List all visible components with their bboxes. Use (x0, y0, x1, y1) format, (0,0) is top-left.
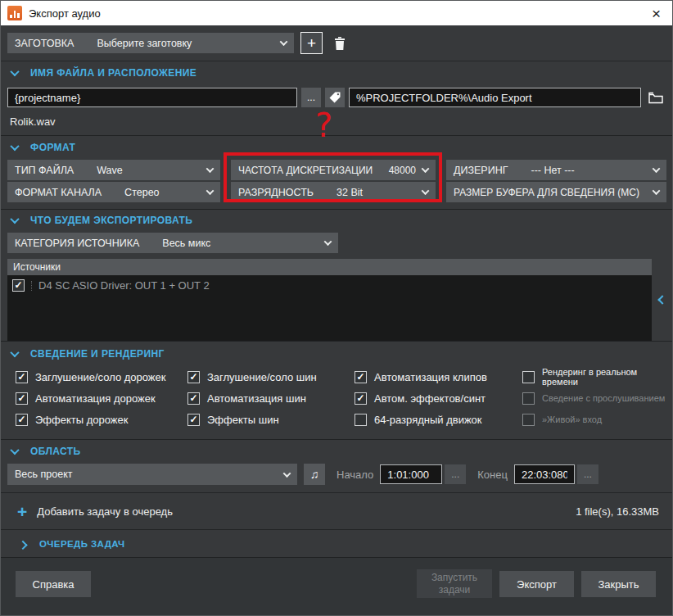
end-more-button[interactable]: ... (577, 464, 598, 484)
file-type-value: Wave (97, 165, 123, 176)
preset-dropdown[interactable]: ЗАГОТОВКА Выберите заготовку (7, 33, 294, 53)
option-clip-automation[interactable]: ✓ Автоматизация клипов (355, 371, 522, 383)
checkbox[interactable]: ✓ (16, 414, 28, 426)
sources-area: Источники ✓ D4 SC ASIO Driver: OUT 1 + O… (7, 259, 672, 341)
source-category-row: КАТЕГОРИЯ ИСТОЧНИКА Весь микс (7, 233, 666, 253)
filename-input[interactable] (7, 88, 297, 107)
option-label: Сведение с прослушиванием (542, 393, 665, 403)
tag-icon (328, 91, 341, 104)
export-path-input[interactable] (349, 88, 641, 107)
snap-music-button[interactable]: ♫ (304, 464, 325, 485)
task-queue-title: ОЧЕРЕДЬ ЗАДАЧ (39, 539, 125, 549)
sample-rate-value: 48000 (389, 165, 416, 176)
chevron-down-icon (280, 38, 288, 46)
option-label: Автоматизация шин (207, 392, 306, 405)
chevron-down-icon (10, 446, 19, 455)
source-label: D4 SC ASIO Driver: OUT 1 + OUT 2 (38, 279, 210, 292)
file-type-dropdown[interactable]: ТИП ФАЙЛА Wave (7, 160, 220, 180)
folder-icon (648, 92, 663, 104)
option-bus-automation[interactable]: ✓ Автоматизация шин (187, 392, 355, 405)
start-time-input[interactable] (380, 464, 442, 484)
tag-button[interactable] (325, 88, 345, 107)
checkbox[interactable] (522, 371, 535, 383)
file-section-title: ИМЯ ФАЙЛА И РАСПОЛОЖЕНИЕ (30, 67, 196, 79)
file-section: ИМЯ ФАЙЛА И РАСПОЛОЖЕНИЕ ... Rolik.wav (1, 61, 672, 135)
source-category-label: КАТЕГОРИЯ ИСТОЧНИКА (15, 238, 139, 249)
format-section-header[interactable]: ФОРМАТ (1, 136, 672, 159)
option-fx-synth-automation[interactable]: ✓ Автом. эффектов/синт (355, 392, 522, 405)
checkbox[interactable]: ✓ (187, 392, 200, 405)
area-section-header[interactable]: ОБЛАСТЬ (1, 440, 672, 463)
source-list-item[interactable]: ✓ D4 SC ASIO Driver: OUT 1 + OUT 2 (7, 275, 652, 292)
option-label: Эффекты дорожек (35, 414, 128, 426)
task-queue-header[interactable]: ОЧЕРЕДЬ ЗАДАЧ (1, 529, 672, 557)
browse-folder-button[interactable] (645, 87, 666, 108)
option-realtime-render[interactable]: Рендеринг в реальном времени (522, 367, 672, 387)
source-category-dropdown[interactable]: КАТЕГОРИЯ ИСТОЧНИКА Весь микс (7, 233, 338, 253)
sources-collapse-rail[interactable] (652, 259, 672, 341)
render-section: СВЕДЕНИЕ И РЕНДЕРИНГ ✓ Заглушение/соло д… (1, 341, 672, 439)
option-track-mute-solo[interactable]: ✓ Заглушение/соло дорожек (16, 371, 187, 383)
option-label: Заглушение/соло шин (207, 371, 317, 383)
sources-list[interactable]: ✓ D4 SC ASIO Driver: OUT 1 + OUT 2 (7, 275, 652, 341)
end-time-input[interactable] (514, 464, 575, 484)
option-track-fx[interactable]: ✓ Эффекты дорожек (16, 414, 187, 426)
checkbox[interactable]: ✓ (187, 371, 200, 383)
option-64bit-engine[interactable]: 64-разрядный движок (355, 414, 522, 426)
export-button[interactable]: Экспорт (499, 571, 574, 597)
chevron-down-icon (324, 238, 332, 246)
preset-row: ЗАГОТОВКА Выберите заготовку + (1, 25, 672, 61)
option-label: Автоматизация клипов (374, 371, 487, 383)
filename-more-button[interactable]: ... (301, 88, 321, 107)
chevron-down-icon (422, 187, 430, 195)
render-section-header[interactable]: СВЕДЕНИЕ И РЕНДЕРИНГ (1, 342, 672, 366)
checkbox[interactable]: ✓ (187, 414, 200, 426)
chevron-down-icon (10, 142, 19, 151)
bit-depth-label: РАЗРЯДНОСТЬ (238, 187, 314, 198)
checkbox[interactable] (522, 414, 535, 426)
option-bus-fx[interactable]: ✓ Эффекты шин (187, 414, 355, 426)
checkbox[interactable]: ✓ (355, 371, 367, 383)
add-preset-button[interactable]: + (300, 32, 323, 54)
option-live-input[interactable]: »Живой» вход (522, 414, 672, 426)
checkbox[interactable]: ✓ (16, 392, 28, 405)
checkbox[interactable] (355, 414, 367, 426)
option-bus-mute-solo[interactable]: ✓ Заглушение/соло шин (187, 371, 355, 383)
chevron-down-icon (10, 215, 19, 224)
source-category-value: Весь микс (162, 238, 210, 249)
option-audible-bounce[interactable]: Сведение с прослушиванием (522, 392, 672, 405)
bit-depth-dropdown[interactable]: РАЗРЯДНОСТЬ 32 Bit (231, 182, 436, 202)
preset-label: ЗАГОТОВКА (15, 38, 74, 49)
chevron-down-icon (10, 348, 19, 357)
channel-format-value: Стерео (124, 187, 159, 198)
sample-rate-dropdown[interactable]: ЧАСТОТА ДИСКРЕТИЗАЦИИ 48000 (231, 160, 436, 180)
buffer-size-dropdown[interactable]: РАЗМЕР БУФЕРА ДЛЯ СВЕДЕНИЯ (МС) (446, 182, 666, 202)
start-more-button[interactable]: ... (445, 464, 466, 484)
format-section-title: ФОРМАТ (30, 142, 75, 153)
chevron-down-icon (653, 187, 661, 195)
export-what-section-header[interactable]: ЧТО БУДЕМ ЭКСПОРТИРОВАТЬ (1, 210, 672, 231)
close-button[interactable]: Закрыть (581, 571, 656, 597)
help-button[interactable]: Справка (16, 571, 91, 597)
checkbox[interactable]: ✓ (355, 392, 367, 405)
render-section-title: СВЕДЕНИЕ И РЕНДЕРИНГ (30, 348, 165, 360)
checkbox[interactable] (522, 392, 535, 405)
close-icon[interactable]: × (648, 6, 664, 21)
add-task-row[interactable]: + Добавить задачу в очередь 1 file(s), 1… (1, 492, 672, 529)
delete-preset-button[interactable] (329, 33, 350, 54)
chevron-down-icon (10, 66, 19, 75)
add-task-label: Добавить задачу в очередь (37, 505, 173, 518)
dithering-dropdown[interactable]: ДИЗЕРИНГ --- Нет --- (446, 160, 666, 180)
option-track-automation[interactable]: ✓ Автоматизация дорожек (16, 392, 187, 405)
music-note-icon: ♫ (310, 468, 319, 481)
checkbox[interactable]: ✓ (16, 371, 28, 383)
sources-panel: Источники ✓ D4 SC ASIO Driver: OUT 1 + O… (7, 259, 652, 341)
range-dropdown[interactable]: Весь проект (7, 464, 297, 485)
footer: Справка Запустить задачи Экспорт Закрыть (1, 557, 672, 615)
run-tasks-button[interactable]: Запустить задачи (417, 569, 492, 598)
chevron-down-icon (422, 165, 430, 173)
option-label: Заглушение/соло дорожек (35, 371, 165, 383)
channel-format-dropdown[interactable]: ФОРМАТ КАНАЛА Стерео (7, 182, 220, 202)
source-checkbox[interactable]: ✓ (12, 279, 25, 292)
file-section-header[interactable]: ИМЯ ФАЙЛА И РАСПОЛОЖЕНИЕ (1, 61, 672, 84)
